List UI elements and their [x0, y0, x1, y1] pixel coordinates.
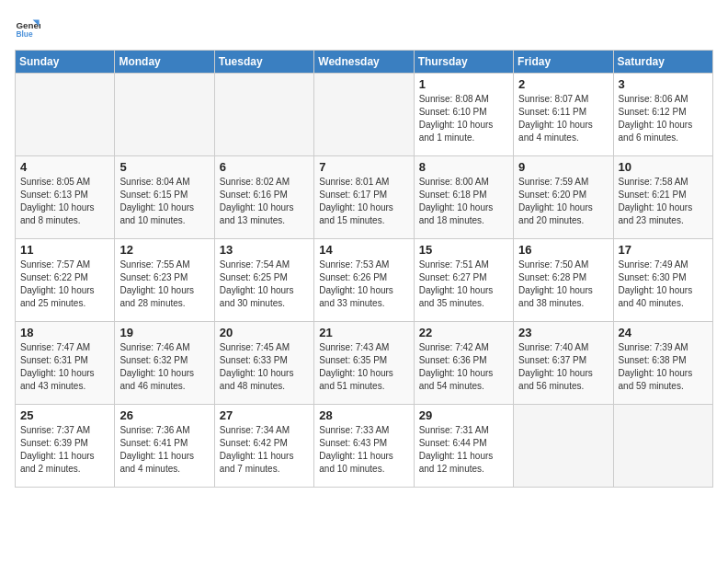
calendar-cell: 25Sunrise: 7:37 AM Sunset: 6:39 PM Dayli… — [16, 405, 115, 488]
calendar-cell: 8Sunrise: 8:00 AM Sunset: 6:18 PM Daylig… — [414, 156, 513, 239]
day-info: Sunrise: 8:06 AM Sunset: 6:12 PM Dayligh… — [619, 93, 708, 144]
day-number: 14 — [319, 243, 408, 257]
calendar-cell: 3Sunrise: 8:06 AM Sunset: 6:12 PM Daylig… — [613, 74, 712, 156]
day-info: Sunrise: 7:31 AM Sunset: 6:44 PM Dayligh… — [419, 424, 508, 476]
day-number: 27 — [220, 408, 309, 422]
day-number: 17 — [619, 243, 708, 257]
calendar-cell: 22Sunrise: 7:42 AM Sunset: 6:36 PM Dayli… — [414, 322, 513, 405]
day-number: 16 — [518, 243, 608, 257]
day-info: Sunrise: 8:05 AM Sunset: 6:13 PM Dayligh… — [20, 176, 109, 227]
col-header-saturday: Saturday — [613, 51, 712, 74]
day-number: 23 — [518, 326, 608, 339]
calendar-cell: 4Sunrise: 8:05 AM Sunset: 6:13 PM Daylig… — [16, 156, 115, 239]
day-info: Sunrise: 7:59 AM Sunset: 6:20 PM Dayligh… — [518, 176, 608, 227]
day-number: 20 — [220, 326, 309, 339]
calendar-cell: 5Sunrise: 8:04 AM Sunset: 6:15 PM Daylig… — [115, 156, 214, 239]
calendar-cell: 16Sunrise: 7:50 AM Sunset: 6:28 PM Dayli… — [514, 239, 613, 322]
day-info: Sunrise: 7:45 AM Sunset: 6:33 PM Dayligh… — [220, 341, 309, 393]
day-info: Sunrise: 7:51 AM Sunset: 6:27 PM Dayligh… — [419, 259, 508, 310]
calendar-cell: 13Sunrise: 7:54 AM Sunset: 6:25 PM Dayli… — [214, 239, 313, 322]
calendar-cell: 19Sunrise: 7:46 AM Sunset: 6:32 PM Dayli… — [115, 322, 214, 405]
calendar-cell: 1Sunrise: 8:08 AM Sunset: 6:10 PM Daylig… — [414, 74, 513, 156]
col-header-tuesday: Tuesday — [214, 51, 313, 74]
day-number: 5 — [119, 160, 209, 174]
day-number: 4 — [20, 160, 109, 174]
day-info: Sunrise: 7:43 AM Sunset: 6:35 PM Dayligh… — [319, 341, 408, 393]
day-number: 24 — [619, 326, 708, 339]
day-number: 21 — [319, 326, 408, 339]
day-info: Sunrise: 7:49 AM Sunset: 6:30 PM Dayligh… — [619, 259, 708, 310]
calendar-cell: 7Sunrise: 8:01 AM Sunset: 6:17 PM Daylig… — [314, 156, 414, 239]
calendar-cell: 23Sunrise: 7:40 AM Sunset: 6:37 PM Dayli… — [514, 322, 613, 405]
calendar-cell: 6Sunrise: 8:02 AM Sunset: 6:16 PM Daylig… — [214, 156, 313, 239]
day-info: Sunrise: 8:04 AM Sunset: 6:15 PM Dayligh… — [119, 176, 209, 227]
day-info: Sunrise: 7:40 AM Sunset: 6:37 PM Dayligh… — [518, 341, 608, 393]
day-info: Sunrise: 7:54 AM Sunset: 6:25 PM Dayligh… — [220, 259, 309, 310]
calendar-cell: 24Sunrise: 7:39 AM Sunset: 6:38 PM Dayli… — [613, 322, 712, 405]
day-number: 29 — [419, 408, 508, 422]
day-info: Sunrise: 7:58 AM Sunset: 6:21 PM Dayligh… — [619, 176, 708, 227]
day-info: Sunrise: 8:01 AM Sunset: 6:17 PM Dayligh… — [319, 176, 408, 227]
day-info: Sunrise: 8:00 AM Sunset: 6:18 PM Dayligh… — [419, 176, 508, 227]
day-info: Sunrise: 8:07 AM Sunset: 6:11 PM Dayligh… — [518, 93, 608, 144]
page-header: General Blue — [15, 15, 713, 40]
day-number: 18 — [20, 326, 109, 339]
day-number: 28 — [319, 408, 408, 422]
calendar-cell — [613, 405, 712, 488]
day-info: Sunrise: 7:42 AM Sunset: 6:36 PM Dayligh… — [419, 341, 508, 393]
day-number: 11 — [20, 243, 109, 257]
calendar-cell: 12Sunrise: 7:55 AM Sunset: 6:23 PM Dayli… — [115, 239, 214, 322]
day-number: 15 — [419, 243, 508, 257]
calendar-cell: 11Sunrise: 7:57 AM Sunset: 6:22 PM Dayli… — [16, 239, 115, 322]
day-info: Sunrise: 7:53 AM Sunset: 6:26 PM Dayligh… — [319, 259, 408, 310]
day-info: Sunrise: 7:36 AM Sunset: 6:41 PM Dayligh… — [119, 424, 209, 476]
day-number: 13 — [220, 243, 309, 257]
day-number: 10 — [619, 160, 708, 174]
day-number: 8 — [419, 160, 508, 174]
calendar-cell: 26Sunrise: 7:36 AM Sunset: 6:41 PM Dayli… — [115, 405, 214, 488]
calendar-cell — [314, 74, 414, 156]
calendar-week-1: 1Sunrise: 8:08 AM Sunset: 6:10 PM Daylig… — [16, 74, 713, 156]
col-header-wednesday: Wednesday — [314, 51, 414, 74]
calendar-cell: 18Sunrise: 7:47 AM Sunset: 6:31 PM Dayli… — [16, 322, 115, 405]
calendar-cell: 2Sunrise: 8:07 AM Sunset: 6:11 PM Daylig… — [514, 74, 613, 156]
day-number: 12 — [119, 243, 209, 257]
day-number: 26 — [119, 408, 209, 422]
day-info: Sunrise: 8:02 AM Sunset: 6:16 PM Dayligh… — [220, 176, 309, 227]
calendar-cell — [115, 74, 214, 156]
calendar-week-3: 11Sunrise: 7:57 AM Sunset: 6:22 PM Dayli… — [16, 239, 713, 322]
calendar-cell — [514, 405, 613, 488]
calendar-cell: 9Sunrise: 7:59 AM Sunset: 6:20 PM Daylig… — [514, 156, 613, 239]
day-info: Sunrise: 7:55 AM Sunset: 6:23 PM Dayligh… — [119, 259, 209, 310]
logo: General Blue — [15, 15, 40, 40]
calendar-cell — [214, 74, 313, 156]
calendar-cell: 28Sunrise: 7:33 AM Sunset: 6:43 PM Dayli… — [314, 405, 414, 488]
calendar-week-4: 18Sunrise: 7:47 AM Sunset: 6:31 PM Dayli… — [16, 322, 713, 405]
calendar-table: SundayMondayTuesdayWednesdayThursdayFrid… — [15, 50, 713, 488]
calendar-cell: 27Sunrise: 7:34 AM Sunset: 6:42 PM Dayli… — [214, 405, 313, 488]
calendar-cell: 21Sunrise: 7:43 AM Sunset: 6:35 PM Dayli… — [314, 322, 414, 405]
day-number: 1 — [419, 77, 508, 91]
day-info: Sunrise: 7:50 AM Sunset: 6:28 PM Dayligh… — [518, 259, 608, 310]
day-number: 19 — [119, 326, 209, 339]
calendar-cell: 20Sunrise: 7:45 AM Sunset: 6:33 PM Dayli… — [214, 322, 313, 405]
day-info: Sunrise: 7:57 AM Sunset: 6:22 PM Dayligh… — [20, 259, 109, 310]
col-header-friday: Friday — [514, 51, 613, 74]
calendar-cell: 10Sunrise: 7:58 AM Sunset: 6:21 PM Dayli… — [613, 156, 712, 239]
calendar-cell: 29Sunrise: 7:31 AM Sunset: 6:44 PM Dayli… — [414, 405, 513, 488]
col-header-thursday: Thursday — [414, 51, 513, 74]
svg-text:Blue: Blue — [16, 29, 32, 39]
col-header-sunday: Sunday — [16, 51, 115, 74]
calendar-cell — [16, 74, 115, 156]
day-info: Sunrise: 7:47 AM Sunset: 6:31 PM Dayligh… — [20, 341, 109, 393]
day-number: 3 — [619, 77, 708, 91]
day-number: 22 — [419, 326, 508, 339]
calendar-cell: 17Sunrise: 7:49 AM Sunset: 6:30 PM Dayli… — [613, 239, 712, 322]
calendar-week-5: 25Sunrise: 7:37 AM Sunset: 6:39 PM Dayli… — [16, 405, 713, 488]
calendar-cell: 14Sunrise: 7:53 AM Sunset: 6:26 PM Dayli… — [314, 239, 414, 322]
calendar-week-2: 4Sunrise: 8:05 AM Sunset: 6:13 PM Daylig… — [16, 156, 713, 239]
day-number: 9 — [518, 160, 608, 174]
day-info: Sunrise: 8:08 AM Sunset: 6:10 PM Dayligh… — [419, 93, 508, 144]
day-info: Sunrise: 7:34 AM Sunset: 6:42 PM Dayligh… — [220, 424, 309, 476]
day-info: Sunrise: 7:37 AM Sunset: 6:39 PM Dayligh… — [20, 424, 109, 476]
